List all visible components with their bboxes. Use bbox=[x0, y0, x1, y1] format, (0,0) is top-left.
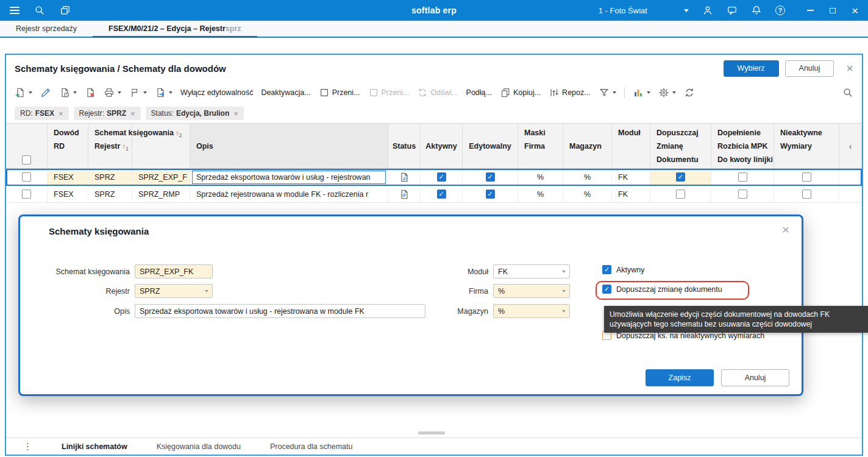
chevron-down-icon bbox=[562, 310, 566, 313]
column-header-aktywny[interactable]: Aktywny bbox=[421, 124, 463, 168]
remove-filter-icon[interactable]: × bbox=[130, 109, 135, 118]
column-header-firma[interactable]: Maski Firma bbox=[518, 124, 563, 168]
edit-button[interactable] bbox=[40, 87, 51, 98]
tab-linijki-schematow[interactable]: Linijki schematów bbox=[62, 442, 127, 451]
wylacz-edytowalnosc-button[interactable]: Wyłącz edytowalność bbox=[180, 88, 253, 97]
dopuszczaj-zmiane-checkbox[interactable] bbox=[676, 190, 685, 199]
row-checkbox[interactable] bbox=[22, 190, 31, 199]
company-selector[interactable]: 1 - Foto Świat bbox=[599, 6, 689, 15]
opis-input[interactable]: Sprzedaż eksportowa towarów i usług - re… bbox=[135, 304, 425, 318]
tab-procedura-dla-schematu[interactable]: Procedura dla schematu bbox=[270, 442, 353, 451]
column-header-dopelnienie[interactable]: Dopełnienie Rozbicia MPK Do kwoty linijk… bbox=[711, 124, 774, 168]
schematy-table: Dowód RD Schemat księgowania↑2 Rejestr↑1… bbox=[6, 123, 862, 203]
help-icon[interactable]: ? bbox=[775, 5, 785, 15]
bell-icon[interactable] bbox=[751, 5, 762, 16]
column-header-opis[interactable]: Opis bbox=[190, 124, 388, 168]
minimize-button[interactable] bbox=[807, 10, 814, 11]
modul-select[interactable]: FK bbox=[493, 264, 570, 278]
search-icon[interactable] bbox=[34, 5, 45, 16]
column-header-magazyn[interactable]: Magazyn bbox=[563, 124, 612, 168]
company-name: 1 - Foto Świat bbox=[599, 6, 647, 15]
aktywny-checkbox[interactable] bbox=[602, 265, 611, 274]
bottom-tabs: ⋮ Linijki schematów Księgowania dla dowo… bbox=[6, 438, 862, 455]
remove-filter-icon[interactable]: × bbox=[233, 109, 238, 118]
repozycjonuj-button[interactable]: Repoz... bbox=[549, 87, 591, 98]
table-row[interactable]: FSEX SPRZ SPRZ_EXP_F Sprzedaż eksportowa… bbox=[6, 169, 862, 186]
column-header-nieaktywne[interactable]: Nieaktywne Wymiary bbox=[774, 124, 839, 168]
chat-icon[interactable] bbox=[727, 5, 738, 16]
new-document-button[interactable] bbox=[15, 87, 32, 98]
filter-chip-rejestr[interactable]: Rejestr:SPRZ × bbox=[74, 107, 141, 120]
podlacz-button[interactable]: Podłą... bbox=[466, 88, 492, 97]
sync-button[interactable] bbox=[684, 87, 695, 98]
document-history-button[interactable] bbox=[59, 87, 77, 98]
close-window-button[interactable]: × bbox=[852, 5, 858, 16]
chevron-down-icon bbox=[672, 91, 676, 94]
maximize-button[interactable] bbox=[830, 8, 836, 13]
opis-edit-input[interactable]: Sprzedaż eksportowa towarów i usług - re… bbox=[192, 171, 386, 184]
filter-button[interactable] bbox=[599, 87, 616, 98]
horizontal-scrollbar[interactable] bbox=[418, 431, 445, 434]
menu-icon[interactable] bbox=[10, 7, 20, 14]
column-header-rejestr[interactable]: Schemat księgowania↑2 Rejestr↑1 bbox=[88, 124, 132, 168]
firma-select[interactable]: % bbox=[493, 284, 570, 298]
magazyn-select[interactable]: % bbox=[493, 304, 570, 318]
filter-chip-rd[interactable]: RD:FSEX × bbox=[15, 107, 69, 120]
edytowalny-checkbox[interactable] bbox=[486, 190, 495, 199]
search-list-button[interactable] bbox=[842, 87, 853, 98]
row-checkbox[interactable] bbox=[22, 172, 31, 182]
kopiuj-button[interactable]: Kopiuj... bbox=[500, 87, 541, 98]
aktywny-checkbox[interactable] bbox=[437, 172, 446, 182]
dopuszczaj-zmiane-checkbox[interactable] bbox=[602, 285, 611, 294]
export-document-button[interactable] bbox=[155, 87, 173, 98]
select-all-checkbox[interactable] bbox=[22, 155, 31, 165]
flag-button[interactable] bbox=[129, 87, 147, 98]
collapse-columns-control[interactable]: ‹ bbox=[839, 124, 862, 168]
tab-fsex-edycja[interactable]: FSEX/M0/21/2 – Edycja – Rejestr sprz bbox=[93, 21, 257, 38]
anuluj-dialog-button[interactable]: Anuluj bbox=[721, 369, 789, 386]
dopelnienie-checkbox[interactable] bbox=[738, 172, 747, 182]
przenies-button[interactable]: Przeni... bbox=[319, 87, 360, 98]
aktywny-checkbox[interactable] bbox=[437, 190, 446, 199]
chevron-down-icon bbox=[684, 9, 689, 12]
aktywny-checkbox-row[interactable]: Aktywny bbox=[602, 265, 645, 274]
dopuszczaj-checkbox-row[interactable]: Dopuszczaj zmianę dokumentu bbox=[602, 285, 722, 294]
more-options-icon[interactable]: ⋮ bbox=[23, 441, 32, 452]
header-select-all[interactable] bbox=[6, 124, 48, 168]
dialog-title: Schematy księgowania bbox=[49, 226, 149, 236]
user-icon[interactable] bbox=[702, 5, 713, 16]
close-panel-icon[interactable]: × bbox=[846, 62, 853, 76]
column-header-dowod[interactable]: Dowód RD bbox=[48, 124, 88, 168]
window-title: Schematy księgowania / Schematy dla dowo… bbox=[15, 63, 226, 74]
tab-ksiegowania-dla-dowodu[interactable]: Księgowania dla dowodu bbox=[157, 442, 241, 451]
rejestr-select[interactable]: SPRZ bbox=[135, 284, 213, 298]
windows-icon[interactable] bbox=[60, 5, 71, 16]
column-header-status[interactable]: Status bbox=[388, 124, 421, 168]
chevron-down-icon bbox=[647, 91, 650, 94]
dopelnienie-checkbox[interactable] bbox=[738, 190, 747, 199]
schematy-ksiegowania-dialog: Schematy księgowania × Schemat księgowan… bbox=[18, 214, 803, 396]
dopuszczaj-tooltip: Umożliwia włączenie edycji części dokume… bbox=[604, 306, 868, 333]
tab-rejestr-sprzedazy[interactable]: Rejestr sprzedaży bbox=[0, 21, 93, 37]
column-header-dopuszczaj[interactable]: Dopuszczaj Zmianę Dokumentu bbox=[650, 124, 711, 168]
column-header-edytowalny[interactable]: Edytowalny bbox=[463, 124, 518, 168]
zapisz-button[interactable]: Zapisz bbox=[646, 369, 714, 386]
dopuszczaj-zmiane-checkbox[interactable] bbox=[676, 172, 685, 182]
anuluj-button[interactable]: Anuluj bbox=[785, 60, 834, 77]
table-row[interactable]: FSEX SPRZ SPRZ_RMP Sprzedaż rejestrowana… bbox=[6, 186, 862, 203]
nieaktywne-wymiary-checkbox[interactable] bbox=[802, 190, 811, 199]
delete-document-button[interactable] bbox=[85, 87, 96, 98]
nieaktywne-wymiary-checkbox[interactable] bbox=[802, 172, 811, 182]
schemat-input[interactable]: SPRZ_EXP_FK bbox=[135, 264, 213, 278]
remove-filter-icon[interactable]: × bbox=[59, 109, 63, 118]
close-dialog-icon[interactable]: × bbox=[782, 222, 789, 237]
edytowalny-checkbox[interactable] bbox=[486, 172, 495, 182]
chart-button[interactable] bbox=[633, 87, 650, 98]
deaktywacja-button[interactable]: Deaktywacja... bbox=[261, 88, 310, 97]
wybierz-button[interactable]: Wybierz bbox=[724, 60, 779, 77]
column-header-modul[interactable]: Moduł bbox=[612, 124, 650, 168]
print-button[interactable] bbox=[104, 87, 121, 98]
modul-label: Moduł bbox=[385, 267, 488, 276]
filter-chip-status[interactable]: Status:Edycja, Brulion × bbox=[146, 107, 244, 120]
settings-button[interactable] bbox=[658, 87, 676, 98]
